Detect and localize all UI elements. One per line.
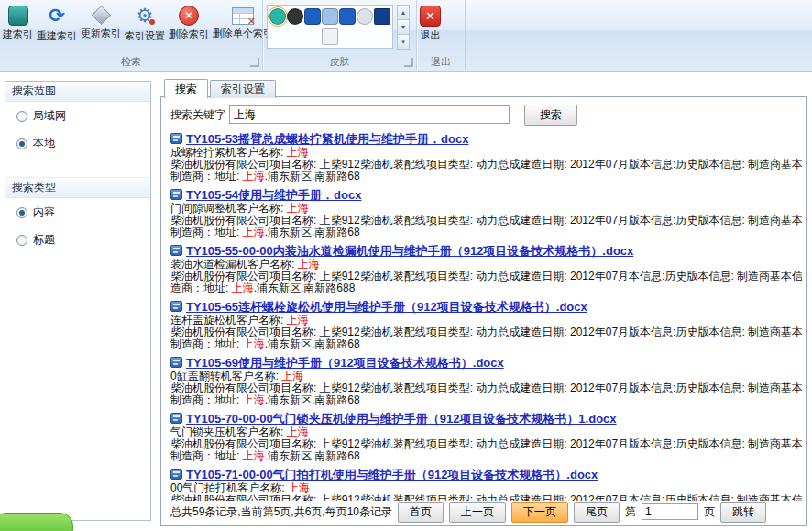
desc-text: .浦东新区.南新路688: [254, 282, 356, 294]
result-link[interactable]: TY105-69使用与维护手册（912项目设备技术规格书）.docx: [186, 356, 504, 370]
desc-text: 制造商：地址:: [170, 226, 243, 238]
last-page-button[interactable]: 尾页: [574, 502, 620, 523]
skin-option[interactable]: [339, 8, 356, 25]
gallery-more-icon[interactable]: ▾: [397, 35, 410, 50]
result-link[interactable]: TY105-54使用与维护手册．docx: [186, 188, 361, 202]
result-item: TY105-55-00-00内装油水道检漏机使用与维护手册（912项目设备技术规…: [170, 243, 802, 294]
result-desc-line: 制造商：地址: 上海.浦东新区.南新路68: [170, 338, 802, 350]
result-desc-line: 制造商：地址: 上海.浦东新区.南新路68: [170, 394, 802, 406]
radio-icon: [16, 235, 27, 246]
dialog-launcher-icon[interactable]: [250, 58, 259, 67]
skin-option[interactable]: [269, 8, 286, 25]
desc-text: .浦东新区.南新路68: [265, 170, 360, 183]
desc-text: 制造商：地址:: [170, 393, 243, 406]
ribbon-button-label: 重建索引: [37, 29, 77, 43]
search-input[interactable]: [229, 105, 510, 124]
ribbon-button-update[interactable]: 更新索引: [79, 3, 123, 41]
search-tab-content: 搜索关键字 搜索 TY105-53摇臂总成螺栓拧紧机使用与维护手册．docx成螺…: [160, 96, 807, 526]
type-option-label: 内容: [33, 205, 55, 220]
skin-option[interactable]: [322, 28, 338, 45]
ribbon-button-delete[interactable]: 删除索引: [167, 3, 211, 42]
ribbon-button-rebuild[interactable]: 重建索引: [35, 3, 79, 44]
pagination-bar: 总共59条记录,当前第5页,共6页,每页10条记录 首页 上一页 下一页 尾页 …: [170, 502, 800, 522]
result-desc-line: 制造商：地址: 上海.浦东新区.南新路68: [170, 450, 802, 462]
search-button[interactable]: 搜索: [524, 105, 577, 126]
scope-option[interactable]: 局域网: [5, 102, 150, 129]
desc-text: 气门锁夹压机客户名称:: [170, 426, 287, 438]
tab-search[interactable]: 搜索: [164, 79, 208, 98]
ribbon-button-db[interactable]: 建索引: [1, 3, 35, 42]
search-options-panel: 搜索范围 局域网本地 搜索类型 内容标题: [5, 81, 151, 521]
skin-gallery: [267, 5, 393, 49]
keyword-highlight: 上海: [287, 202, 309, 215]
doc-icon: [170, 301, 182, 312]
result-desc-line: 制造商：地址: 上海.浦东新区.南新路68: [170, 171, 802, 183]
ribbon-button-settings[interactable]: 索引设置: [123, 3, 167, 44]
skin-option[interactable]: [287, 8, 303, 25]
result-title-row: TY105-71-00-00气门拍打机使用与维护手册（912项目设备技术规格书）…: [170, 467, 802, 482]
skin-option[interactable]: [374, 8, 390, 25]
gallery-scroll: ▲ ▼ ▾: [397, 5, 410, 49]
dialog-launcher-icon[interactable]: [404, 58, 413, 67]
search-scope-options: 局域网本地: [5, 102, 150, 157]
result-link[interactable]: TY105-53摇臂总成螺栓拧紧机使用与维护手册．docx: [186, 132, 468, 146]
ribbon-button-label: 索引设置: [125, 29, 165, 43]
type-option[interactable]: 内容: [5, 198, 150, 226]
exit-button[interactable]: 退出: [418, 3, 443, 43]
skin-option[interactable]: [357, 8, 373, 25]
next-page-button[interactable]: 下一页: [511, 502, 568, 523]
doc-icon: [170, 189, 182, 200]
result-desc-line: 造商：地址: 上海.浦东新区.南新路688: [170, 282, 802, 294]
prev-page-button[interactable]: 上一页: [449, 502, 506, 523]
exit-button-label: 退出: [420, 28, 441, 42]
page-number-input[interactable]: [642, 503, 698, 520]
keyword-highlight: 上海: [287, 314, 309, 326]
desc-text: 柴油机股份有限公司项目名称: 上柴912柴油机装配线项目类型: 动力总成建造日期…: [170, 493, 802, 501]
jump-button[interactable]: 跳转: [720, 502, 766, 523]
rebuild-icon: [45, 4, 69, 28]
tab-index-settings[interactable]: 索引设置: [210, 80, 276, 98]
result-item: TY105-54使用与维护手册．docx门间隙调整机客户名称: 上海柴油机股份有…: [170, 187, 802, 238]
desc-text: 柴油机股份有限公司项目名称: 上柴912柴油机装配线项目类型: 动力总成建造日期…: [170, 214, 802, 227]
scope-option-label: 本地: [33, 136, 55, 151]
ribbon: 建索引重建索引更新索引索引设置删除索引删除单个索引 检索 ▲ ▼ ▾ 皮肤 退出…: [0, 0, 812, 72]
keyword-highlight: 上海: [243, 226, 265, 238]
doc-icon: [170, 469, 182, 480]
result-item: TY105-70-00-00气门锁夹压机使用与维护手册（912项目设备技术规格书…: [170, 411, 802, 462]
desc-text: 装油水道检漏机客户名称:: [170, 258, 298, 271]
scope-option[interactable]: 本地: [5, 129, 150, 157]
desc-text: 制造商：地址:: [170, 170, 243, 183]
scope-option-label: 局域网: [33, 108, 66, 124]
type-option[interactable]: 标题: [5, 226, 150, 253]
gallery-down-icon[interactable]: ▼: [397, 20, 410, 35]
desc-text: 00气门拍打机客户名称:: [170, 481, 288, 494]
result-item: TY105-53摇臂总成螺栓拧紧机使用与维护手册．docx成螺栓拧紧机客户名称:…: [170, 131, 802, 183]
keyword-highlight: 上海: [287, 146, 309, 159]
type-option-label: 标题: [33, 232, 55, 248]
keyword-highlight: 上海: [243, 337, 265, 350]
ribbon-group-exit-label: 退出: [417, 55, 465, 69]
result-title-row: TY105-65连杆螺栓旋松机使用与维护手册（912项目设备技术规格书）.doc…: [170, 299, 802, 315]
keyword-highlight: 上海: [298, 258, 320, 271]
result-link[interactable]: TY105-71-00-00气门拍打机使用与维护手册（912项目设备技术规格书）…: [186, 468, 598, 481]
result-item: TY105-65连杆螺栓旋松机使用与维护手册（912项目设备技术规格书）.doc…: [170, 299, 802, 350]
keyword-highlight: 上海: [288, 481, 310, 494]
skin-option[interactable]: [304, 8, 321, 25]
result-link[interactable]: TY105-65连杆螺栓旋松机使用与维护手册（912项目设备技术规格书）.doc…: [186, 300, 587, 314]
result-title-row: TY105-53摇臂总成螺栓拧紧机使用与维护手册．docx: [170, 131, 802, 147]
result-title-row: TY105-70-00-00气门锁夹压机使用与维护手册（912项目设备技术规格书…: [170, 411, 802, 426]
ribbon-button-label: 更新索引: [81, 27, 121, 40]
db-icon: [8, 6, 28, 26]
gallery-up-icon[interactable]: ▲: [397, 5, 410, 20]
settings-icon: [133, 4, 157, 28]
skin-option[interactable]: [322, 8, 338, 25]
result-link[interactable]: TY105-70-00-00气门锁夹压机使用与维护手册（912项目设备技术规格书…: [186, 412, 617, 426]
keyword-highlight: 上海: [243, 170, 265, 183]
desc-text: 制造商：地址:: [170, 337, 243, 350]
result-link[interactable]: TY105-55-00-00内装油水道检漏机使用与维护手册（912项目设备技术规…: [186, 244, 633, 258]
first-page-button[interactable]: 首页: [398, 502, 444, 523]
desc-text: 柴油机股份有限公司项目名称: 上柴912柴油机装配线项目类型: 动力总成建造日期…: [170, 326, 802, 338]
desc-text: 0缸盖翻转机客户名称:: [170, 370, 281, 382]
delete-single-icon: [232, 7, 254, 25]
ribbon-group-search: 建索引重建索引更新索引索引设置删除索引删除单个索引 检索: [0, 0, 263, 70]
